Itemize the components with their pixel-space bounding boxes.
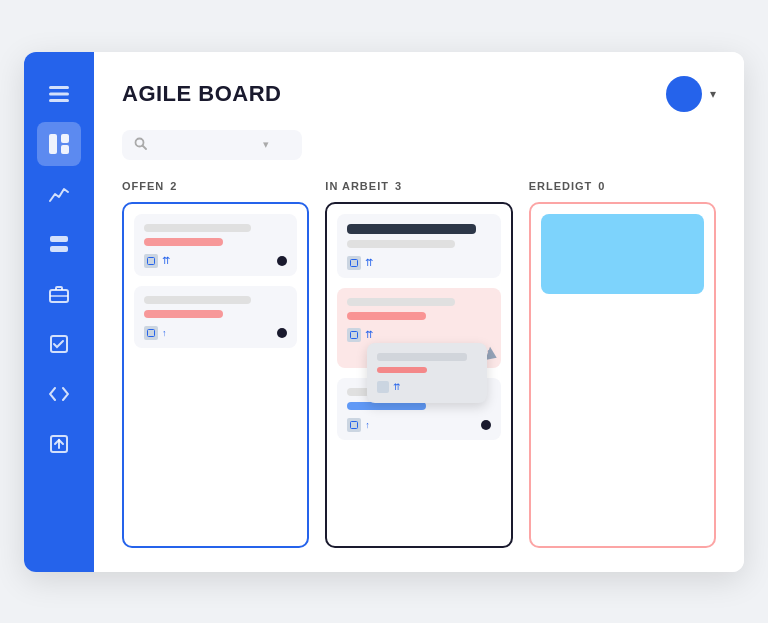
svg-rect-6 — [50, 236, 68, 242]
card-footer: ↑ — [347, 418, 490, 432]
card-line — [144, 296, 251, 304]
svg-rect-20 — [351, 421, 358, 428]
page-title: AGILE BOARD — [122, 81, 282, 107]
board: OFFEN 2 — [122, 180, 716, 548]
main-content: AGILE BOARD ▾ ▾ OFFEN 2 — [94, 52, 744, 572]
sidebar-item-export[interactable] — [37, 422, 81, 466]
card-accent-line — [144, 238, 223, 246]
svg-rect-16 — [148, 329, 155, 336]
card-offen-2[interactable]: ↑ — [134, 286, 297, 348]
column-body-inarbeit: ⇈ — [325, 202, 512, 548]
card-dot — [481, 420, 491, 430]
card-dot — [277, 328, 287, 338]
card-icons: ↑ — [144, 326, 167, 340]
card-footer: ⇈ — [347, 256, 490, 270]
svg-rect-0 — [49, 86, 69, 89]
column-erledigt: ERLEDIGT 0 — [529, 180, 716, 548]
header-right: ▾ — [666, 76, 716, 112]
svg-marker-19 — [486, 346, 500, 363]
card-icon — [347, 256, 361, 270]
column-offen: OFFEN 2 — [122, 180, 309, 548]
sidebar-item-menu[interactable] — [37, 72, 81, 116]
column-count-erledigt: 0 — [598, 180, 604, 192]
svg-line-14 — [143, 145, 147, 149]
search-dropdown-icon[interactable]: ▾ — [263, 138, 269, 151]
card-inarbeit-2[interactable]: ⇈ ⇈ — [337, 288, 500, 368]
drag-overlay[interactable]: ⇈ — [367, 343, 487, 403]
column-header-erledigt: ERLEDIGT 0 — [529, 180, 716, 192]
card-priority-icon: ⇈ — [162, 255, 170, 266]
svg-rect-15 — [148, 257, 155, 264]
column-title-offen: OFFEN — [122, 180, 164, 192]
search-bar[interactable]: ▾ — [122, 130, 302, 160]
card-accent-line — [347, 312, 426, 320]
avatar[interactable] — [666, 76, 702, 112]
column-title-inarbeit: IN ARBEIT — [325, 180, 389, 192]
card-erledigt-teal[interactable] — [541, 214, 704, 294]
card-priority-icon: ⇈ — [365, 329, 373, 340]
drag-card-icon — [377, 381, 389, 393]
card-icons: ⇈ — [347, 328, 373, 342]
card-priority-icon: ⇈ — [365, 257, 373, 268]
sidebar — [24, 52, 94, 572]
svg-rect-17 — [351, 259, 358, 266]
card-arrow-up-icon: ↑ — [365, 420, 370, 430]
card-dot — [277, 256, 287, 266]
card-accent-line-blue — [347, 402, 426, 410]
column-header-offen: OFFEN 2 — [122, 180, 309, 192]
card-accent-line — [144, 310, 223, 318]
column-title-erledigt: ERLEDIGT — [529, 180, 593, 192]
drag-card-accent — [377, 367, 427, 373]
sidebar-item-analytics[interactable] — [37, 172, 81, 216]
card-icon — [347, 328, 361, 342]
chevron-down-icon[interactable]: ▾ — [710, 87, 716, 101]
card-offen-1[interactable]: ⇈ — [134, 214, 297, 276]
svg-rect-4 — [61, 134, 69, 143]
card-line — [347, 224, 476, 234]
column-body-erledigt — [529, 202, 716, 548]
search-icon — [134, 137, 147, 153]
card-icons: ⇈ — [347, 256, 373, 270]
svg-rect-18 — [351, 331, 358, 338]
sidebar-item-briefcase[interactable] — [37, 272, 81, 316]
card-line — [144, 224, 251, 232]
drag-card-footer: ⇈ — [377, 381, 477, 393]
sidebar-item-board[interactable] — [37, 122, 81, 166]
search-input[interactable] — [153, 137, 253, 152]
svg-rect-3 — [49, 134, 57, 154]
drag-card-line — [377, 353, 467, 361]
column-body-offen: ⇈ — [122, 202, 309, 548]
column-inarbeit: IN ARBEIT 3 — [325, 180, 512, 548]
card-inarbeit-1[interactable]: ⇈ — [337, 214, 500, 278]
card-line — [347, 240, 454, 248]
card-icons: ⇈ — [144, 254, 170, 268]
sidebar-item-code[interactable] — [37, 372, 81, 416]
svg-rect-5 — [61, 145, 69, 154]
sidebar-item-tasks[interactable] — [37, 322, 81, 366]
column-count-offen: 2 — [170, 180, 176, 192]
card-icons: ↑ — [347, 418, 370, 432]
card-arrow-up-icon: ↑ — [162, 328, 167, 338]
column-count-inarbeit: 3 — [395, 180, 401, 192]
card-footer: ⇈ — [144, 254, 287, 268]
header: AGILE BOARD ▾ — [122, 76, 716, 112]
card-icon — [144, 254, 158, 268]
card-footer: ⇈ — [347, 328, 490, 342]
drag-card-arrows: ⇈ — [393, 382, 401, 392]
card-footer: ↑ — [144, 326, 287, 340]
card-line — [347, 298, 454, 306]
svg-rect-2 — [49, 99, 69, 102]
column-header-inarbeit: IN ARBEIT 3 — [325, 180, 512, 192]
svg-rect-1 — [49, 92, 69, 95]
app-container: AGILE BOARD ▾ ▾ OFFEN 2 — [24, 52, 744, 572]
sidebar-item-layers[interactable] — [37, 222, 81, 266]
card-icon — [144, 326, 158, 340]
svg-rect-7 — [50, 246, 68, 252]
card-icon — [347, 418, 361, 432]
